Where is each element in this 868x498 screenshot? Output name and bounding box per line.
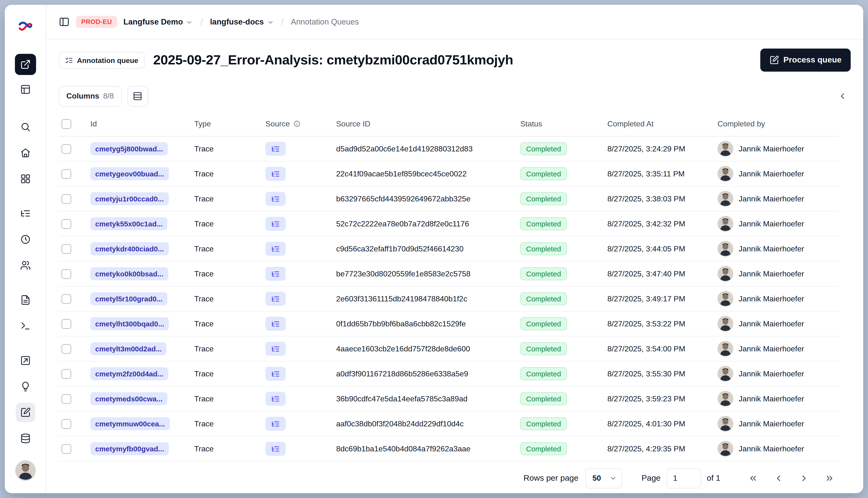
row-checkbox[interactable]	[62, 294, 71, 304]
rows-per-page-label: Rows per page	[523, 473, 579, 483]
trace-source-button[interactable]	[265, 342, 286, 356]
queue-item-id-badge[interactable]: cmetyju1r00ccad0...	[90, 192, 169, 205]
status-badge: Completed	[520, 267, 567, 280]
open-external-button[interactable]	[15, 54, 36, 75]
annotation-queue-badge-label: Annotation queue	[77, 56, 138, 64]
queue-item-type: Trace	[194, 294, 265, 303]
row-checkbox[interactable]	[62, 269, 71, 278]
row-checkbox[interactable]	[62, 344, 71, 354]
user-avatar[interactable]	[15, 460, 35, 481]
queue-item-id-badge[interactable]: cmetyg5j800bwad...	[90, 142, 168, 155]
table-view-icon[interactable]	[16, 80, 35, 99]
trace-source-button[interactable]	[265, 267, 286, 281]
queue-item-source-id: 2e603f31361115db24198478840b1f2c	[336, 294, 520, 303]
table-row: cmetyko0k00bsad... Trace be7723e30d80205…	[59, 262, 839, 287]
queue-item-completed-by: Jannik Maierhoefer	[739, 270, 804, 278]
trace-source-button[interactable]	[265, 367, 286, 381]
row-checkbox[interactable]	[62, 444, 71, 454]
table-row: cmetymmuw00cea... Trace aaf0c38db0f3f204…	[59, 411, 839, 436]
list-tree-icon	[271, 144, 280, 153]
completed-by-avatar	[717, 216, 733, 232]
datasets-database-icon[interactable]	[16, 429, 35, 448]
row-checkbox[interactable]	[62, 219, 71, 228]
queue-item-id-badge[interactable]: cmetymyfb00gvad...	[90, 442, 169, 455]
sessions-clock-icon[interactable]	[16, 230, 35, 249]
trace-source-button[interactable]	[265, 242, 286, 256]
playground-terminal-icon[interactable]	[16, 316, 35, 336]
source-info-icon[interactable]	[293, 120, 300, 127]
collapse-panel-button[interactable]	[834, 88, 851, 104]
langfuse-logo[interactable]	[17, 18, 33, 34]
row-checkbox[interactable]	[62, 419, 71, 429]
dashboard-icon[interactable]	[16, 169, 35, 188]
queue-item-id-badge[interactable]: cmetym2fz00d4ad...	[90, 367, 168, 380]
trace-source-button[interactable]	[265, 217, 286, 231]
queue-item-id-badge[interactable]: cmetygeov00buad...	[90, 167, 169, 180]
queue-item-completed-by: Jannik Maierhoefer	[739, 169, 804, 178]
row-checkbox[interactable]	[62, 144, 71, 154]
page-total-label: of 1	[707, 473, 720, 483]
row-checkbox[interactable]	[62, 169, 71, 179]
page-number-input[interactable]	[666, 468, 701, 488]
queue-item-id-badge[interactable]: cmetymeds00cwa...	[90, 392, 167, 405]
queue-item-id-badge[interactable]: cmetyl5r100grad0...	[90, 292, 167, 305]
evaluation-icon[interactable]	[16, 351, 35, 370]
trace-source-button[interactable]	[265, 192, 286, 206]
row-height-button[interactable]	[127, 86, 148, 106]
trace-source-button[interactable]	[265, 442, 286, 456]
queue-item-completed-at: 8/27/2025, 3:42:32 PM	[607, 220, 717, 228]
queue-item-type: Trace	[194, 169, 265, 178]
rows-per-page-select[interactable]: 50	[585, 468, 622, 488]
row-checkbox[interactable]	[62, 244, 71, 253]
queue-item-id-badge[interactable]: cmetylht300bqad0...	[90, 317, 169, 330]
process-queue-button[interactable]: Process queue	[760, 49, 851, 71]
next-page-button[interactable]	[794, 469, 814, 488]
users-icon[interactable]	[16, 256, 35, 275]
project-switcher[interactable]: langfuse-docs	[210, 17, 274, 26]
trace-source-button[interactable]	[265, 167, 286, 181]
list-tree-icon	[271, 344, 280, 353]
queue-item-id-badge[interactable]: cmetylt3m00d2ad...	[90, 342, 167, 355]
sidebar-toggle-icon[interactable]	[59, 16, 70, 27]
columns-button[interactable]: Columns 8/8	[59, 86, 121, 106]
org-switcher[interactable]: Langfuse Demo	[124, 17, 193, 26]
queue-item-type: Trace	[194, 220, 265, 228]
queue-item-id-badge[interactable]: cmetyk55x00c1ad...	[90, 217, 167, 230]
trace-source-button[interactable]	[265, 292, 286, 306]
previous-page-button[interactable]	[769, 469, 788, 488]
row-checkbox[interactable]	[62, 369, 71, 379]
queue-item-type: Trace	[194, 245, 265, 253]
insights-lightbulb-icon[interactable]	[16, 377, 35, 396]
queue-item-id-badge[interactable]: cmetyko0k00bsad...	[90, 267, 168, 280]
row-checkbox[interactable]	[62, 319, 71, 329]
row-checkbox[interactable]	[62, 394, 71, 404]
queue-item-source-id: aaf0c38db0f3f2048b24dd229df10d4c	[336, 419, 520, 428]
queue-item-id-badge[interactable]: cmetymmuw00cea...	[90, 417, 170, 430]
status-badge: Completed	[520, 392, 567, 405]
tracing-icon[interactable]	[16, 204, 35, 223]
first-page-button[interactable]	[743, 469, 763, 488]
prompts-icon[interactable]	[16, 290, 35, 310]
completed-by-avatar	[717, 291, 733, 307]
queue-item-completed-by: Jannik Maierhoefer	[739, 344, 804, 353]
annotation-queues-icon[interactable]	[16, 403, 35, 422]
trace-source-button[interactable]	[265, 392, 286, 406]
queue-item-type: Trace	[194, 194, 265, 203]
select-all-checkbox[interactable]	[62, 119, 71, 129]
last-page-button[interactable]	[820, 469, 839, 488]
queue-item-source-id: a0df3f901167218d86b5286e6338a5e9	[336, 369, 520, 378]
list-tree-icon	[271, 394, 280, 403]
row-checkbox[interactable]	[62, 194, 71, 204]
trace-source-button[interactable]	[265, 417, 286, 431]
home-icon[interactable]	[16, 143, 35, 162]
queue-item-source-id: 36b90cdfc47e5da14eefa5785c3a89ad	[336, 394, 520, 403]
trace-source-button[interactable]	[265, 142, 286, 156]
search-icon[interactable]	[16, 117, 35, 136]
trace-source-button[interactable]	[265, 317, 286, 331]
status-badge: Completed	[520, 242, 567, 255]
rows-icon	[133, 91, 142, 101]
queue-item-id-badge[interactable]: cmetykdr400ciad0...	[90, 242, 169, 255]
annotation-queue-table: Id Type Source Source ID Status Complete…	[46, 112, 863, 463]
queue-item-source-id: c9d56ca32efaff1b70d9d52f46614230	[336, 245, 520, 253]
queue-item-source-id: 52c72c2222ea78e0b7a72d8f2e0c1176	[336, 220, 520, 228]
